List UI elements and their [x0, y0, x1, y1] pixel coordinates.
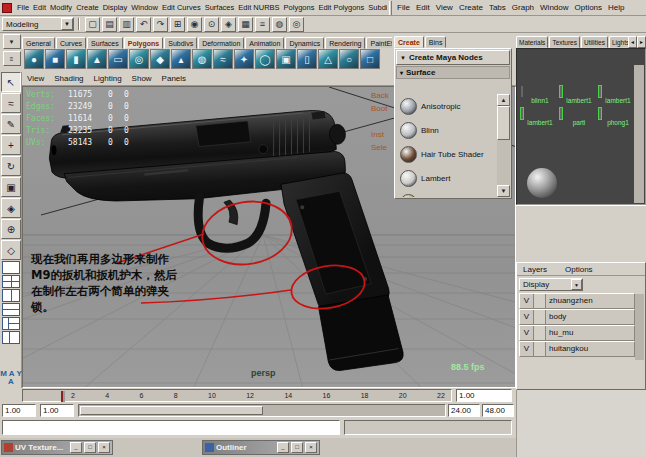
menu-item[interactable]: Window	[537, 1, 571, 14]
outliner-window[interactable]: Outliner _ □ ×	[202, 440, 320, 455]
material-swatch[interactable]: lambert1	[599, 87, 637, 105]
material-swatch-thumbnail[interactable]	[521, 86, 523, 97]
material-swatch[interactable]: lambert1	[521, 109, 559, 127]
surface-section-header[interactable]: ▾ Surface	[396, 66, 510, 79]
menu-set-selector[interactable]: Modeling ▼	[2, 17, 74, 31]
menu-item[interactable]: Tabs	[486, 1, 509, 14]
scale-tool[interactable]: ▣	[1, 177, 21, 197]
shader-lambert[interactable]: Lambert	[396, 166, 497, 190]
create-panel-tab[interactable]: Create	[394, 36, 424, 48]
zhuangzhen[interactable]: V zhuangzhen	[519, 293, 635, 309]
layers-scrollbar[interactable]	[635, 294, 644, 360]
swatch-scrollbar[interactable]	[634, 65, 644, 203]
paint-select-tool[interactable]: ✎	[1, 114, 21, 134]
material-swatch-thumbnail[interactable]	[560, 86, 562, 97]
range-slider-bar[interactable]	[80, 406, 263, 415]
menu-item[interactable]: Surfaces	[203, 1, 237, 14]
shelf-tab[interactable]: Dynamics	[285, 37, 324, 49]
last-tool[interactable]: ◇	[1, 240, 21, 260]
layer-visibility-toggle[interactable]: V	[520, 310, 534, 324]
playback-end-field[interactable]: 24.00	[448, 404, 480, 417]
viewport-menu-item[interactable]: Shading	[49, 72, 88, 85]
current-frame-marker[interactable]	[61, 391, 65, 402]
shelf-tab[interactable]: Surfaces	[87, 37, 123, 49]
layer-color-swatch[interactable]	[534, 294, 546, 308]
lasso-select-tool[interactable]: ≈	[1, 93, 21, 113]
poly-pipe-icon[interactable]: ◍	[192, 49, 212, 69]
material-swatch[interactable]: blinn1	[521, 87, 559, 105]
menu-item[interactable]: Display	[101, 1, 130, 14]
nurbs-cube-icon[interactable]: ▣	[276, 49, 296, 69]
menu-item[interactable]: File	[15, 1, 31, 14]
poly-star-icon[interactable]: ✦	[234, 49, 254, 69]
menu-item[interactable]: Options	[572, 1, 606, 14]
poly-cylinder-icon[interactable]: ▮	[66, 49, 86, 69]
range-slider-track[interactable]	[78, 404, 446, 417]
layout-single-pane-button[interactable]	[2, 261, 20, 274]
hu_mu[interactable]: V hu_mu	[519, 325, 635, 341]
chevron-down-icon[interactable]: ▼	[61, 18, 73, 30]
minimize-icon[interactable]: _	[70, 442, 82, 453]
poly-cube-icon[interactable]: ■	[45, 49, 65, 69]
menu-item[interactable]: Edit	[413, 1, 433, 14]
nurbs-circle-icon[interactable]: ○	[339, 49, 359, 69]
shelf-tab[interactable]: Polygons	[124, 37, 164, 49]
layer-visibility-toggle[interactable]: V	[520, 294, 534, 308]
viewport-menu-item[interactable]: Panels	[157, 72, 191, 85]
layout-two-pane-side-button[interactable]	[2, 289, 20, 302]
material-swatch-thumbnail[interactable]	[560, 108, 562, 119]
shelf-tab-arrow-icon[interactable]: ▼	[3, 34, 21, 49]
tab-scroll-left-icon[interactable]: ◄	[628, 36, 637, 48]
poly-sphere-icon[interactable]: ●	[24, 49, 44, 69]
viewport-menu-item[interactable]: Lighting	[89, 72, 127, 85]
snap-curve-icon[interactable]: ◉	[187, 17, 202, 32]
materials-tab[interactable]: Utilities	[581, 36, 608, 48]
render-current-frame-icon[interactable]: ◍	[272, 17, 287, 32]
layers-menu-item[interactable]: Layers	[521, 263, 549, 276]
redo-icon[interactable]: ↷	[153, 17, 168, 32]
layer-visibility-toggle[interactable]: V	[520, 326, 534, 340]
shelf-tab[interactable]: Animation	[245, 37, 284, 49]
nurbs-square-icon[interactable]: □	[360, 49, 380, 69]
animation-end-field[interactable]: 48.00	[482, 404, 514, 417]
snap-point-icon[interactable]: ⊙	[204, 17, 219, 32]
minimize-icon[interactable]: _	[277, 442, 289, 453]
chevron-down-icon[interactable]: ▼	[571, 279, 582, 290]
material-swatch[interactable]: lambert1	[560, 87, 598, 105]
menu-item[interactable]: Edit NURBS	[236, 1, 281, 14]
poly-cone-icon[interactable]: ▲	[87, 49, 107, 69]
menu-item[interactable]: Create	[74, 1, 101, 14]
shader-anisotropic[interactable]: Anisotropic	[396, 94, 497, 118]
shelf-tab[interactable]: PaintEffects	[366, 37, 392, 49]
open-scene-icon[interactable]: ▤	[102, 17, 117, 32]
menu-item[interactable]: Subdiv Surf	[366, 1, 387, 14]
shelf-tab[interactable]: General	[22, 37, 55, 49]
maximize-icon[interactable]: □	[84, 442, 96, 453]
shelf-tab[interactable]: Rendering	[325, 37, 365, 49]
shader-list-scrollbar[interactable]: ▲ ▼	[497, 94, 510, 197]
layer-mode-selector[interactable]: Display ▼	[519, 278, 583, 291]
materials-tab[interactable]: Lights	[609, 36, 628, 48]
poly-pyramid-icon[interactable]: ▴	[171, 49, 191, 69]
layout-outliner-persp-button[interactable]	[2, 331, 20, 344]
menu-item[interactable]: Edit Polygons	[316, 1, 366, 14]
nurbs-sphere-icon[interactable]: ◯	[255, 49, 275, 69]
menu-item[interactable]: Create	[456, 1, 486, 14]
menu-item[interactable]: Modify	[48, 1, 74, 14]
undo-icon[interactable]: ↶	[136, 17, 151, 32]
menu-item[interactable]: Window	[129, 1, 160, 14]
scrollbar-thumb[interactable]	[497, 106, 510, 140]
menu-item[interactable]: Polygons	[282, 1, 317, 14]
layers-menu-item[interactable]: Options	[563, 263, 595, 276]
ipr-render-icon[interactable]: ◎	[289, 17, 304, 32]
make-live-icon[interactable]: ▦	[238, 17, 253, 32]
scroll-up-icon[interactable]: ▲	[497, 94, 510, 106]
viewport-menu-item[interactable]: Show	[127, 72, 157, 85]
menu-item[interactable]: Edit	[31, 1, 48, 14]
close-icon[interactable]: ×	[305, 442, 317, 453]
animation-start-field[interactable]: 1.00	[2, 404, 36, 417]
layout-four-pane-button[interactable]	[2, 275, 20, 288]
rotate-tool[interactable]: ↻	[1, 156, 21, 176]
material-preview-sphere[interactable]	[527, 168, 557, 198]
uv-texture-editor-window[interactable]: UV Texture... _ □ ×	[1, 440, 113, 455]
